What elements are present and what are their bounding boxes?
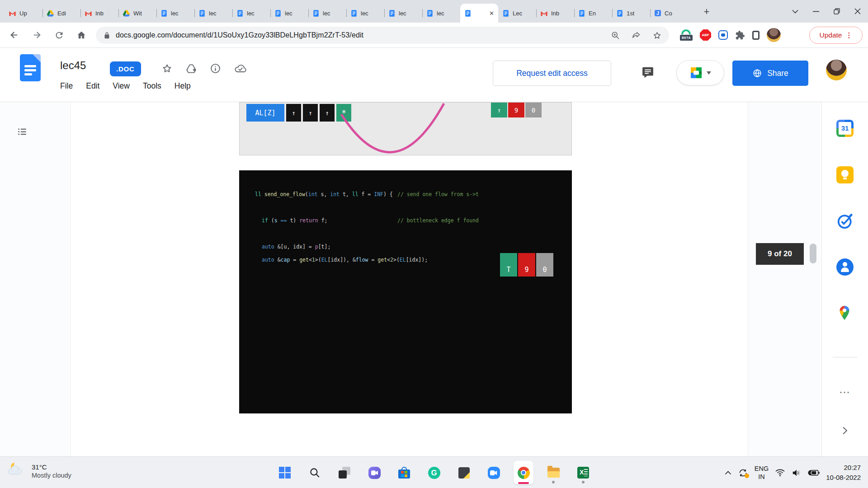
forward-icon[interactable] bbox=[32, 30, 42, 40]
sync-update-icon[interactable] bbox=[738, 468, 748, 478]
grid-cell: 9 bbox=[518, 253, 535, 277]
browser-toolbar: docs.google.com/document/d/1USoUxy1Gzoy3… bbox=[0, 23, 868, 48]
document-canvas: AL[Z] ↑↑↑ * ↑90 ll send_one_flow(int s, … bbox=[0, 102, 822, 456]
tab[interactable]: Edi bbox=[42, 4, 80, 23]
tab[interactable]: 1st bbox=[612, 4, 650, 23]
tab[interactable]: lec bbox=[384, 4, 422, 23]
chrome-button[interactable] bbox=[514, 461, 533, 484]
docs-icon bbox=[388, 9, 396, 17]
wifi-icon[interactable] bbox=[775, 469, 785, 477]
menu-view[interactable]: View bbox=[113, 81, 130, 91]
tab-active[interactable]: ✕ bbox=[460, 4, 498, 23]
maximize-button[interactable] bbox=[826, 0, 847, 23]
adblock-extension-icon[interactable]: ABP bbox=[700, 29, 711, 41]
update-menu-dots-icon[interactable]: ⋮ bbox=[845, 31, 852, 39]
zoomapp-button[interactable] bbox=[484, 461, 504, 484]
tab[interactable]: lec bbox=[422, 4, 460, 23]
home-icon[interactable] bbox=[76, 30, 86, 40]
j-icon: J bbox=[654, 9, 661, 17]
menu-help[interactable]: Help bbox=[175, 81, 191, 91]
collapse-panel-chevron-icon[interactable] bbox=[843, 427, 848, 435]
tasks-icon[interactable] bbox=[836, 212, 854, 230]
excel-button[interactable]: X bbox=[573, 461, 593, 484]
meet-button[interactable] bbox=[676, 60, 724, 85]
weather-temp: 31°C bbox=[32, 463, 71, 471]
minimize-button[interactable] bbox=[806, 0, 826, 23]
get-addons-icon[interactable]: ⋯ bbox=[839, 386, 851, 399]
tab[interactable]: lec bbox=[194, 4, 232, 23]
menu-edit[interactable]: Edit bbox=[86, 81, 99, 91]
tray-chevron-up-icon[interactable] bbox=[725, 471, 731, 475]
battery-icon[interactable] bbox=[808, 469, 820, 476]
reload-icon[interactable] bbox=[54, 30, 64, 40]
globe-icon bbox=[752, 68, 762, 78]
share-page-icon[interactable] bbox=[632, 31, 641, 40]
tab[interactable]: Inb bbox=[80, 4, 118, 23]
taskview-button[interactable] bbox=[335, 461, 354, 484]
tab[interactable]: lec bbox=[346, 4, 384, 23]
tab-close-icon[interactable]: ✕ bbox=[489, 10, 494, 17]
gmail-icon bbox=[85, 9, 92, 17]
contacts-icon[interactable] bbox=[836, 258, 854, 276]
calendar-icon[interactable]: 31 bbox=[836, 120, 854, 137]
tab[interactable]: Lec bbox=[498, 4, 536, 23]
tab-label: Edi bbox=[57, 10, 66, 17]
explorer-button[interactable] bbox=[543, 461, 563, 484]
lock-icon[interactable] bbox=[103, 32, 111, 39]
capture-extension-icon[interactable] bbox=[718, 30, 728, 40]
browser-profile-avatar[interactable] bbox=[767, 28, 781, 42]
request-edit-access-button[interactable]: Request edit access bbox=[493, 61, 611, 86]
docs-logo-icon[interactable] bbox=[20, 54, 41, 81]
weather-widget[interactable]: 31°C Mostly cloudy bbox=[7, 462, 71, 480]
chrome-update-button[interactable]: Update ⋮ bbox=[809, 27, 863, 44]
grammarly-button[interactable]: G bbox=[424, 461, 444, 484]
start-button[interactable] bbox=[275, 461, 295, 484]
menu-tools[interactable]: Tools bbox=[143, 81, 161, 91]
tab-search-chevron-icon[interactable] bbox=[785, 0, 806, 23]
tab[interactable]: lec bbox=[232, 4, 270, 23]
bookmark-star-icon[interactable] bbox=[652, 31, 662, 40]
code-slide: ll send_one_flow(int s, int t, ll f = IN… bbox=[239, 170, 572, 413]
tab-label: lec bbox=[361, 10, 368, 17]
add-to-drive-icon[interactable] bbox=[185, 63, 197, 75]
back-icon[interactable] bbox=[9, 30, 19, 40]
tab[interactable]: lec bbox=[270, 4, 308, 23]
weather-desc: Mostly cloudy bbox=[32, 472, 71, 479]
info-icon[interactable] bbox=[210, 63, 221, 74]
scrollbar-thumb[interactable] bbox=[810, 244, 816, 263]
maps-icon[interactable] bbox=[836, 305, 854, 322]
search-button[interactable] bbox=[305, 461, 325, 484]
chat-button[interactable] bbox=[364, 461, 384, 484]
new-tab-button[interactable]: + bbox=[700, 5, 713, 19]
close-window-button[interactable] bbox=[847, 0, 868, 23]
tab[interactable]: Wit bbox=[118, 4, 156, 23]
keep-icon[interactable] bbox=[836, 166, 854, 183]
tab[interactable]: Inb bbox=[536, 4, 574, 23]
beta-extension-icon[interactable]: BETA bbox=[680, 29, 693, 41]
tuple-cells: ↑90 bbox=[491, 103, 542, 117]
tab[interactable]: lec bbox=[156, 4, 194, 23]
document-outline-icon[interactable] bbox=[16, 126, 28, 138]
device-icon[interactable] bbox=[752, 31, 760, 40]
menu-file[interactable]: File bbox=[60, 81, 73, 91]
volume-icon[interactable] bbox=[792, 469, 802, 477]
taskbar-clock[interactable]: 20:27 10-08-2022 bbox=[826, 463, 861, 483]
cloud-saved-icon[interactable] bbox=[234, 63, 247, 74]
tab[interactable]: lec bbox=[308, 4, 346, 23]
notes-button[interactable] bbox=[454, 461, 474, 484]
zoom-page-icon[interactable] bbox=[611, 31, 620, 40]
tab[interactable]: Up bbox=[5, 4, 42, 23]
tab-label: lec bbox=[437, 10, 444, 17]
language-indicator[interactable]: ENG IN bbox=[755, 465, 769, 481]
share-button[interactable]: Share bbox=[732, 61, 808, 86]
tab[interactable]: En bbox=[574, 4, 612, 23]
extensions-puzzle-icon[interactable] bbox=[735, 30, 745, 40]
star-document-icon[interactable] bbox=[161, 63, 173, 74]
address-bar[interactable]: docs.google.com/document/d/1USoUxy1Gzoy3… bbox=[96, 27, 669, 44]
account-avatar[interactable] bbox=[826, 60, 847, 80]
store-button[interactable] bbox=[394, 461, 414, 484]
running-app-indicator bbox=[552, 481, 555, 483]
tab[interactable]: JCo bbox=[650, 4, 688, 23]
tab-label: lec bbox=[323, 10, 330, 17]
comments-icon[interactable] bbox=[641, 66, 655, 79]
